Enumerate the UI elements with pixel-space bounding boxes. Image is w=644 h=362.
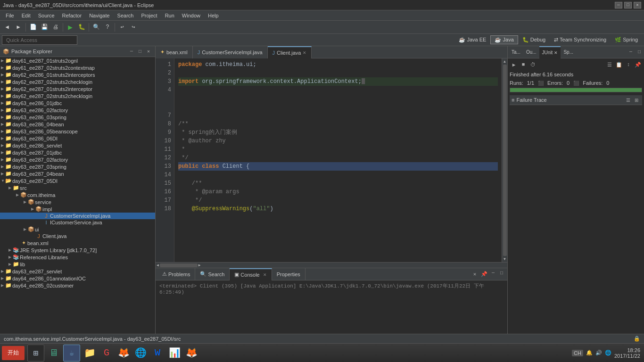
taskbar-icon-6[interactable]: 🌐 xyxy=(132,345,149,362)
taskbar-icon-2[interactable]: 🖥 xyxy=(45,345,62,362)
tab-properties[interactable]: Properties xyxy=(272,268,305,280)
junit-tab-close[interactable]: ✕ xyxy=(554,50,558,55)
console-minimize-btn[interactable]: ─ xyxy=(489,270,497,277)
hscroll-left[interactable]: ◀ xyxy=(157,263,159,267)
panel-maximize[interactable]: □ xyxy=(136,48,144,55)
right-panel-max[interactable]: □ xyxy=(636,49,643,56)
quick-access-input[interactable] xyxy=(2,35,77,45)
toolbar-run[interactable]: ▶ xyxy=(65,22,75,33)
toolbar-help[interactable]: ? xyxy=(102,22,113,33)
menu-help[interactable]: Help xyxy=(204,12,223,19)
menu-project[interactable]: Project xyxy=(137,12,161,19)
hscroll-thumb[interactable] xyxy=(160,263,198,267)
toolbar-redo[interactable]: ↪ xyxy=(128,22,139,33)
toolbar-search[interactable]: 🔍 xyxy=(91,22,101,33)
tree-item-day61-ee287-01struts2ognl[interactable]: ▶📁day61_ee287_01struts2ognl xyxy=(0,57,155,64)
toolbar-back[interactable]: ◀ xyxy=(2,22,12,33)
console-clear-btn[interactable]: ✕ xyxy=(471,270,479,279)
menu-refactor[interactable]: Refactor xyxy=(58,12,86,19)
tree-item-Referenced-Libraries[interactable]: ▶📚Referenced Libraries xyxy=(0,254,155,261)
taskbar-icon-eclipse[interactable]: ☕ xyxy=(63,345,80,362)
tree-item-day63-ee286-06DI[interactable]: ▶📁day63_ee286_06DI xyxy=(0,135,155,142)
toolbar-print[interactable]: 🖨 xyxy=(50,22,61,33)
tab-client-java[interactable]: J Client.java ✕ xyxy=(268,46,312,58)
tab-outline[interactable]: Ou... xyxy=(523,46,539,58)
taskbar-icon-4[interactable]: G xyxy=(98,345,115,362)
tab-spring[interactable]: Sp... xyxy=(561,46,576,58)
tree-item-day62-ee287-02struts2checklogin[interactable]: ▶📁day62_ee287_02struts2checklogin xyxy=(0,78,155,85)
tree-item-day62-ee287-01struts2interceptor[interactable]: ▶📁day62_ee287_01struts2interceptor xyxy=(0,85,155,92)
perspective-java[interactable]: ☕ Java xyxy=(490,35,518,44)
toolbar-debug[interactable]: 🐛 xyxy=(76,22,87,33)
menu-file[interactable]: File xyxy=(2,12,18,19)
tree-item-service[interactable]: ▶📦service xyxy=(0,198,155,206)
tree-item-day62-ee287-02struts2checklogin[interactable]: ▶📁day62_ee287_02struts2checklogin xyxy=(0,92,155,99)
tab-junit[interactable]: JUnit ✕ xyxy=(539,46,561,58)
close-button[interactable]: ✕ xyxy=(634,2,641,8)
toolbar-fwd[interactable]: ▶ xyxy=(13,22,24,33)
tree-item-day62-ee286-01struts2interceptors[interactable]: ▶📁day62_ee286_01struts2interceptors xyxy=(0,71,155,78)
perspective-spring[interactable]: 🌿 Spring xyxy=(611,35,642,44)
taskbar-icon-5[interactable]: 🦊 xyxy=(115,345,132,362)
menu-search[interactable]: Search xyxy=(114,12,138,19)
scroll-down-btn[interactable]: ▼ xyxy=(504,257,506,261)
perspective-debug[interactable]: 🐛 Debug xyxy=(518,35,550,44)
tree-item-ui[interactable]: ▶📦ui xyxy=(0,226,155,233)
tree-item-day63-ee287-05DI[interactable]: ▼📂day63_ee287_05DI xyxy=(0,177,155,184)
menu-edit[interactable]: Edit xyxy=(18,12,34,19)
menu-run[interactable]: Run xyxy=(161,12,178,19)
maximize-button[interactable]: □ xyxy=(624,2,632,8)
tree-item-impl[interactable]: ▶📦impl xyxy=(0,206,155,213)
perspective-java-ee[interactable]: ☕ Java EE xyxy=(454,35,490,44)
tree-item-day61-ee287-02struts2contextmap[interactable]: ▶📁day61_ee287_02struts2contextmap xyxy=(0,64,155,71)
junit-stop-btn[interactable]: ■ xyxy=(519,60,528,69)
tree-item-src[interactable]: ▶📁src xyxy=(0,184,155,191)
menu-navigate[interactable]: Navigate xyxy=(85,12,113,19)
scroll-thumb[interactable] xyxy=(503,65,507,256)
tree-item-lib[interactable]: ▶📁lib xyxy=(0,261,155,268)
taskbar-icon-3[interactable]: 📁 xyxy=(81,345,98,362)
console-maximize-btn[interactable]: □ xyxy=(498,270,505,277)
tree-item-day64-ee286-01annotationIOC[interactable]: ▶📁day64_ee286_01annotationIOC xyxy=(0,275,155,282)
scroll-up-btn[interactable]: ▲ xyxy=(504,59,506,64)
tree-item-com-itheima[interactable]: ▶📦com.itheima xyxy=(0,191,155,198)
tree-item-day63-ee287-02factory[interactable]: ▶📁day63_ee287_02factory xyxy=(0,156,155,163)
junit-filter-btn[interactable]: ☰ xyxy=(605,60,614,69)
tree-item-day63-ee286-servlet[interactable]: ▶📁day63_ee286_servlet xyxy=(0,142,155,149)
taskbar-icon-7[interactable]: W xyxy=(149,345,166,362)
tree-item-Client-java[interactable]: JClient.java xyxy=(0,233,155,239)
taskbar-icon-8[interactable]: 📊 xyxy=(166,345,183,362)
tab-customer-service-impl[interactable]: J CustomerServiceImpl.java xyxy=(193,46,268,58)
tree-item-JRE-System-Library--jdk1-7-0-72-[interactable]: ▶📚JRE System Library [jdk1.7.0_72] xyxy=(0,247,155,254)
toolbar-undo[interactable]: ↩ xyxy=(117,22,127,33)
tree-item-day63-ee287-03spring[interactable]: ▶📁day63_ee287_03spring xyxy=(0,163,155,170)
tab-bean-xml[interactable]: ✦ bean.xml xyxy=(156,46,193,58)
menu-source[interactable]: Source xyxy=(34,12,58,19)
editor-hscroll[interactable]: ◀ ▶ xyxy=(156,262,507,268)
tab-problems[interactable]: ⚠ Problems xyxy=(157,268,195,280)
code-editor[interactable]: 1 2 3 4 7 8 9 10 11 12 13 14 15 16 17 xyxy=(156,58,507,262)
trace-btn-1[interactable]: ☰ xyxy=(624,97,632,103)
tab-search[interactable]: 🔍 Search xyxy=(195,268,230,280)
console-close-icon[interactable]: ✕ xyxy=(263,272,267,277)
toolbar-new[interactable]: 📄 xyxy=(28,22,38,33)
junit-scroll-btn[interactable]: ↕ xyxy=(624,60,633,69)
trace-btn-2[interactable]: ⊞ xyxy=(633,97,640,103)
junit-pin-btn[interactable]: 📌 xyxy=(634,60,642,69)
perspective-team-sync[interactable]: ⇄ Team Synchronizing xyxy=(550,35,611,44)
tree-item-day63-ee286-04bean[interactable]: ▶📁day63_ee286_04bean xyxy=(0,121,155,128)
tree-item-day63-ee286-01jdbc[interactable]: ▶📁day63_ee286_01jdbc xyxy=(0,99,155,107)
tab-console[interactable]: ▣ Console ✕ xyxy=(230,268,272,280)
junit-history-btn[interactable]: ⏱ xyxy=(528,60,537,69)
tree-item-day63-ee287-04bean[interactable]: ▶📁day63_ee287_04bean xyxy=(0,170,155,177)
tree-item-day63-ee286-03spring[interactable]: ▶📁day63_ee286_03spring xyxy=(0,114,155,121)
tree-item-day63-ee286-02factory[interactable]: ▶📁day63_ee286_02factory xyxy=(0,107,155,114)
code-content[interactable]: package com.itheima.ui; import org.sprin… xyxy=(174,58,502,262)
panel-close[interactable]: ✕ xyxy=(145,48,152,55)
taskbar-icon-1[interactable]: ⊞ xyxy=(27,345,44,362)
tree-item-day63-ee287-01jdbc[interactable]: ▶📁day63_ee287_01jdbc xyxy=(0,149,155,156)
right-panel-min[interactable]: ─ xyxy=(627,49,635,56)
tree-item-day63-ee286-05beanscope[interactable]: ▶📁day63_ee286_05beanscope xyxy=(0,128,155,135)
start-button[interactable]: 开始 xyxy=(2,346,25,360)
hscroll-right[interactable]: ▶ xyxy=(198,263,201,267)
